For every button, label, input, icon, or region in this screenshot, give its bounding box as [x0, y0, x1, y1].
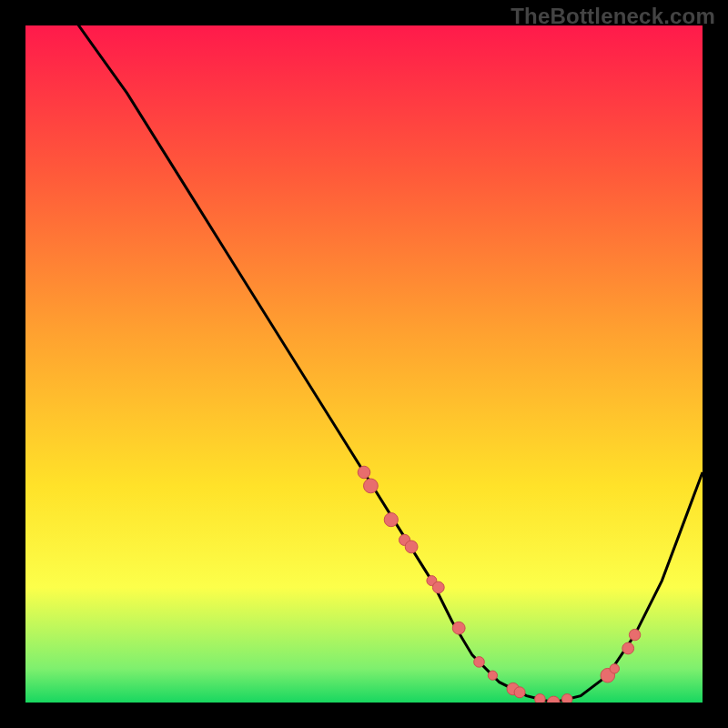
highlight-marker: [547, 696, 560, 703]
highlight-marker: [384, 513, 398, 527]
highlight-marker: [561, 694, 572, 703]
highlight-marker: [610, 664, 619, 673]
highlight-marker: [474, 657, 485, 668]
bottleneck-curve: [25, 25, 703, 703]
highlight-markers-group: [358, 466, 641, 703]
chart-frame: TheBottleneck.com: [0, 0, 728, 728]
highlight-marker: [405, 541, 418, 553]
highlight-marker: [488, 671, 497, 680]
highlight-marker: [358, 466, 370, 479]
highlight-marker: [364, 479, 379, 493]
highlight-marker: [629, 629, 640, 640]
highlight-marker: [452, 622, 465, 634]
highlight-marker: [432, 581, 444, 593]
chart-svg: [25, 25, 703, 703]
highlight-marker: [622, 642, 634, 654]
highlight-marker: [514, 687, 525, 698]
highlight-marker: [535, 694, 546, 703]
plot-area: [25, 25, 703, 703]
